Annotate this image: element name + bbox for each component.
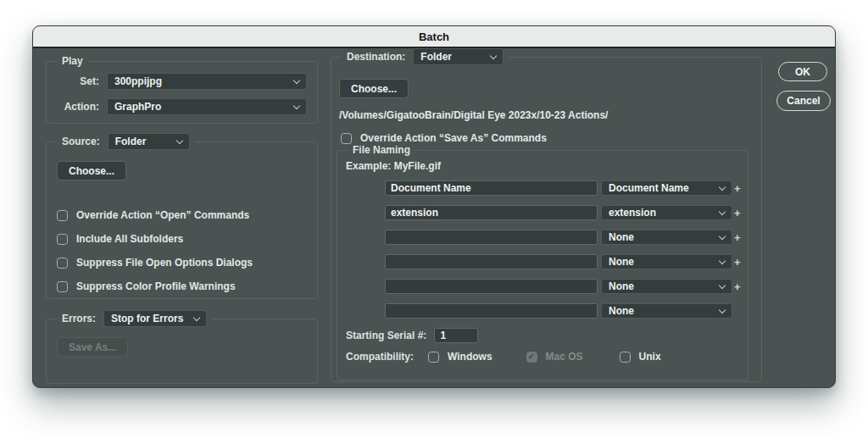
checkbox[interactable] bbox=[428, 352, 439, 363]
file-naming-dropdown-4[interactable]: None bbox=[601, 254, 732, 269]
play-legend: Play bbox=[57, 55, 88, 67]
checkbox[interactable] bbox=[57, 258, 68, 269]
source-dropdown-value: Folder bbox=[115, 136, 147, 147]
file-naming-legend: File Naming bbox=[348, 144, 415, 156]
checkbox-mac-os: ✓ Mac OS bbox=[526, 351, 583, 363]
checkbox-label: Suppress File Open Options Dialogs bbox=[76, 257, 253, 269]
file-naming-dropdown-5[interactable]: None bbox=[601, 279, 732, 294]
file-naming-row-2: extension + bbox=[385, 205, 739, 220]
chevron-down-icon bbox=[193, 313, 200, 320]
chevron-down-icon bbox=[719, 208, 726, 214]
checkbox-suppress-color-profile-warnings[interactable]: Suppress Color Profile Warnings bbox=[57, 280, 307, 292]
file-naming-dropdown-value: None bbox=[609, 280, 634, 292]
file-naming-dropdown-value: None bbox=[609, 231, 634, 243]
source-label: Source: bbox=[62, 136, 100, 147]
chevron-down-icon bbox=[719, 257, 726, 263]
errors-dropdown[interactable]: Stop for Errors bbox=[103, 310, 207, 327]
set-dropdown[interactable]: 300ppijpg bbox=[107, 73, 307, 90]
batch-dialog: Batch Play Set: 300ppijpg Action: Grap bbox=[32, 25, 836, 388]
file-naming-group: File Naming Example: MyFile.gif Document… bbox=[337, 150, 748, 380]
add-row-button[interactable]: + bbox=[734, 231, 741, 244]
errors-legend: Errors: Stop for Errors bbox=[57, 310, 212, 327]
checkbox-override-save-as-commands[interactable]: Override Action “Save As” Commands bbox=[341, 132, 753, 144]
file-naming-input-3[interactable] bbox=[385, 230, 598, 245]
checkbox[interactable] bbox=[57, 281, 68, 292]
errors-group: Errors: Stop for Errors Save As... bbox=[46, 319, 318, 384]
dialog-titlebar[interactable]: Batch bbox=[33, 26, 835, 48]
file-naming-dropdown-value: extension bbox=[609, 207, 656, 219]
ok-button[interactable]: OK bbox=[778, 62, 827, 81]
file-naming-example: Example: MyFile.gif bbox=[346, 160, 739, 172]
checkbox-label: Suppress Color Profile Warnings bbox=[76, 280, 236, 292]
checkbox[interactable] bbox=[57, 210, 68, 221]
compatibility-label: Compatibility: bbox=[346, 351, 414, 363]
destination-group: Destination: Folder Choose... /Volumes/G… bbox=[331, 57, 762, 382]
checkbox-unix[interactable]: Unix bbox=[620, 351, 661, 363]
source-group: Source: Folder Choose... Override Action… bbox=[46, 141, 318, 299]
destination-path: /Volumes/GigatooBrain/Digital Eye 2023x/… bbox=[339, 109, 753, 121]
file-naming-row-3: None + bbox=[385, 230, 739, 245]
checkbox[interactable] bbox=[620, 352, 631, 363]
checkbox-label: Include All Subfolders bbox=[76, 233, 183, 245]
checkbox-label: Windows bbox=[448, 351, 492, 363]
destination-label: Destination: bbox=[347, 51, 405, 63]
file-naming-dropdown-value: None bbox=[609, 305, 634, 317]
destination-choose-button[interactable]: Choose... bbox=[339, 79, 409, 98]
chevron-down-icon bbox=[175, 136, 182, 143]
checkbox-label: Override Action “Save As” Commands bbox=[360, 132, 547, 144]
add-row-button[interactable]: + bbox=[734, 280, 741, 293]
checkbox-checked: ✓ bbox=[526, 352, 537, 363]
source-dropdown[interactable]: Folder bbox=[108, 133, 190, 150]
file-naming-input-4[interactable] bbox=[385, 254, 598, 269]
file-naming-dropdown-2[interactable]: extension bbox=[601, 205, 732, 220]
file-naming-input-5[interactable] bbox=[385, 279, 598, 294]
file-naming-dropdown-3[interactable]: None bbox=[601, 230, 732, 245]
set-label: Set: bbox=[47, 75, 99, 87]
action-dropdown-value: GraphPro bbox=[114, 101, 161, 113]
chevron-down-icon bbox=[719, 306, 726, 313]
checkbox-include-all-subfolders[interactable]: Include All Subfolders bbox=[57, 233, 307, 245]
page-background: Batch Play Set: 300ppijpg Action: Grap bbox=[0, 0, 868, 438]
add-row-button[interactable]: + bbox=[734, 207, 741, 219]
add-row-button[interactable]: + bbox=[734, 256, 741, 269]
chevron-down-icon bbox=[719, 232, 726, 239]
action-row: Action: GraphPro bbox=[47, 98, 307, 115]
dialog-title: Batch bbox=[419, 30, 449, 43]
file-naming-dropdown-1[interactable]: Document Name bbox=[601, 180, 732, 196]
file-naming-dropdown-value: Document Name bbox=[609, 182, 689, 194]
set-dropdown-value: 300ppijpg bbox=[114, 75, 162, 87]
checkbox-suppress-file-open-dialogs[interactable]: Suppress File Open Options Dialogs bbox=[57, 257, 307, 269]
checkbox[interactable] bbox=[57, 234, 68, 245]
file-naming-legend-label: File Naming bbox=[353, 144, 410, 156]
action-dropdown[interactable]: GraphPro bbox=[107, 98, 307, 115]
destination-dropdown[interactable]: Folder bbox=[413, 48, 504, 65]
file-naming-row-6: None bbox=[385, 303, 739, 319]
checkbox[interactable] bbox=[341, 133, 352, 144]
chevron-down-icon bbox=[490, 52, 497, 58]
file-naming-input-6[interactable] bbox=[385, 303, 598, 319]
compatibility-row: Compatibility: Windows ✓ Mac OS Unix bbox=[346, 351, 739, 363]
cancel-button[interactable]: Cancel bbox=[776, 91, 831, 111]
checkbox-windows[interactable]: Windows bbox=[428, 351, 492, 363]
file-naming-dropdown-value: None bbox=[609, 256, 634, 268]
starting-serial-input[interactable] bbox=[434, 328, 478, 343]
file-naming-row-4: None + bbox=[385, 254, 739, 269]
source-legend: Source: Folder bbox=[57, 133, 195, 150]
save-as-button[interactable]: Save As... bbox=[57, 337, 128, 357]
source-choose-button[interactable]: Choose... bbox=[57, 161, 126, 180]
errors-dropdown-value: Stop for Errors bbox=[111, 313, 183, 324]
add-row-button[interactable]: + bbox=[734, 182, 741, 195]
chevron-down-icon bbox=[293, 102, 300, 108]
errors-label: Errors: bbox=[62, 313, 96, 324]
play-group: Play Set: 300ppijpg Action: GraphPro bbox=[46, 61, 318, 124]
checkbox-label: Mac OS bbox=[546, 351, 583, 363]
file-naming-dropdown-6[interactable]: None bbox=[601, 303, 732, 319]
chevron-down-icon bbox=[719, 183, 726, 190]
destination-dropdown-value: Folder bbox=[420, 51, 452, 63]
checkbox-override-open-commands[interactable]: Override Action “Open” Commands bbox=[57, 209, 307, 221]
play-legend-label: Play bbox=[62, 55, 83, 67]
starting-serial-label: Starting Serial #: bbox=[346, 330, 426, 341]
destination-legend: Destination: Folder bbox=[342, 48, 509, 65]
file-naming-input-1[interactable] bbox=[385, 180, 598, 196]
file-naming-input-2[interactable] bbox=[385, 205, 598, 220]
